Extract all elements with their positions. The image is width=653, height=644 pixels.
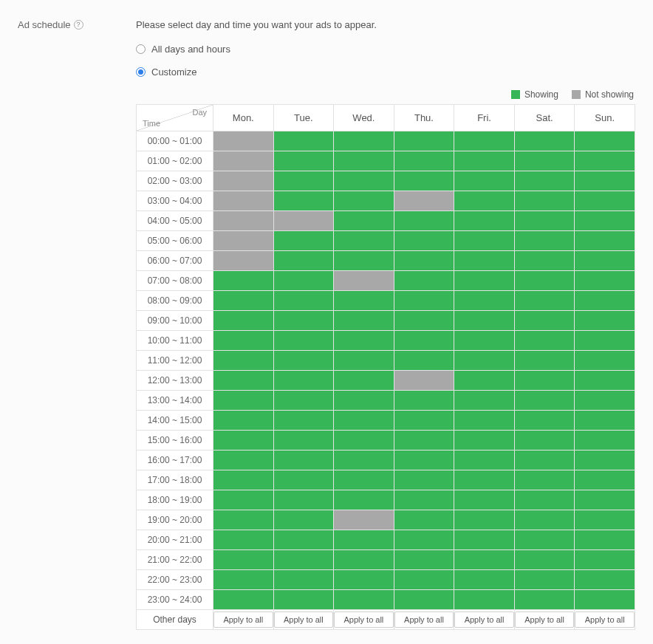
apply-to-all-button[interactable]: Apply to all bbox=[454, 612, 514, 628]
schedule-cell[interactable] bbox=[394, 151, 454, 171]
schedule-cell[interactable] bbox=[514, 351, 575, 371]
schedule-cell[interactable] bbox=[454, 211, 515, 231]
schedule-cell[interactable] bbox=[514, 211, 575, 231]
schedule-cell[interactable] bbox=[213, 151, 274, 171]
schedule-cell[interactable] bbox=[334, 231, 394, 251]
schedule-cell[interactable] bbox=[454, 191, 515, 211]
schedule-cell[interactable] bbox=[514, 231, 575, 251]
schedule-cell[interactable] bbox=[454, 331, 515, 351]
schedule-cell[interactable] bbox=[514, 331, 575, 351]
schedule-cell[interactable] bbox=[454, 490, 515, 510]
schedule-cell[interactable] bbox=[514, 251, 575, 271]
help-icon[interactable]: ? bbox=[74, 20, 83, 30]
schedule-cell[interactable] bbox=[454, 391, 515, 411]
schedule-cell[interactable] bbox=[334, 211, 394, 231]
schedule-cell[interactable] bbox=[213, 271, 274, 291]
schedule-cell[interactable] bbox=[454, 251, 515, 271]
schedule-cell[interactable] bbox=[273, 271, 334, 291]
schedule-cell[interactable] bbox=[334, 550, 394, 570]
schedule-cell[interactable] bbox=[514, 510, 575, 530]
schedule-cell[interactable] bbox=[213, 251, 274, 271]
schedule-cell[interactable] bbox=[575, 451, 635, 470]
schedule-cell[interactable] bbox=[454, 271, 515, 291]
schedule-cell[interactable] bbox=[575, 510, 635, 530]
schedule-cell[interactable] bbox=[575, 151, 635, 171]
schedule-cell[interactable] bbox=[273, 470, 334, 490]
schedule-cell[interactable] bbox=[575, 590, 635, 610]
schedule-cell[interactable] bbox=[575, 570, 635, 590]
schedule-cell[interactable] bbox=[575, 530, 635, 550]
schedule-cell[interactable] bbox=[213, 391, 274, 411]
schedule-cell[interactable] bbox=[514, 371, 575, 391]
schedule-cell[interactable] bbox=[273, 590, 334, 610]
schedule-cell[interactable] bbox=[454, 231, 515, 251]
schedule-cell[interactable] bbox=[213, 171, 274, 191]
schedule-cell[interactable] bbox=[334, 490, 394, 510]
schedule-cell[interactable] bbox=[213, 470, 274, 490]
schedule-cell[interactable] bbox=[394, 191, 454, 211]
schedule-cell[interactable] bbox=[514, 590, 575, 610]
schedule-cell[interactable] bbox=[334, 191, 394, 211]
apply-to-all-button[interactable]: Apply to all bbox=[274, 612, 334, 628]
schedule-cell[interactable] bbox=[334, 251, 394, 271]
schedule-cell[interactable] bbox=[394, 490, 454, 510]
schedule-cell[interactable] bbox=[394, 131, 454, 151]
schedule-cell[interactable] bbox=[575, 391, 635, 411]
schedule-cell[interactable] bbox=[514, 530, 575, 550]
schedule-cell[interactable] bbox=[334, 331, 394, 351]
schedule-cell[interactable] bbox=[334, 451, 394, 470]
schedule-cell[interactable] bbox=[334, 371, 394, 391]
radio-all-days[interactable]: All days and hours bbox=[136, 44, 635, 55]
schedule-cell[interactable] bbox=[213, 371, 274, 391]
schedule-cell[interactable] bbox=[394, 351, 454, 371]
apply-to-all-button[interactable]: Apply to all bbox=[575, 612, 635, 628]
schedule-cell[interactable] bbox=[334, 510, 394, 530]
schedule-cell[interactable] bbox=[213, 231, 274, 251]
schedule-cell[interactable] bbox=[273, 570, 334, 590]
schedule-cell[interactable] bbox=[575, 211, 635, 231]
radio-customize[interactable]: Customize bbox=[136, 66, 635, 78]
schedule-cell[interactable] bbox=[454, 451, 515, 470]
schedule-cell[interactable] bbox=[334, 590, 394, 610]
schedule-cell[interactable] bbox=[575, 411, 635, 431]
schedule-cell[interactable] bbox=[334, 351, 394, 371]
schedule-cell[interactable] bbox=[273, 550, 334, 570]
schedule-cell[interactable] bbox=[575, 131, 635, 151]
schedule-cell[interactable] bbox=[334, 470, 394, 490]
schedule-cell[interactable] bbox=[514, 490, 575, 510]
schedule-cell[interactable] bbox=[394, 391, 454, 411]
schedule-cell[interactable] bbox=[454, 291, 515, 311]
schedule-cell[interactable] bbox=[575, 550, 635, 570]
schedule-cell[interactable] bbox=[514, 431, 575, 451]
schedule-cell[interactable] bbox=[394, 570, 454, 590]
schedule-cell[interactable] bbox=[273, 231, 334, 251]
schedule-cell[interactable] bbox=[394, 211, 454, 231]
schedule-cell[interactable] bbox=[273, 331, 334, 351]
schedule-cell[interactable] bbox=[575, 271, 635, 291]
schedule-cell[interactable] bbox=[273, 411, 334, 431]
schedule-cell[interactable] bbox=[273, 311, 334, 331]
schedule-cell[interactable] bbox=[394, 431, 454, 451]
schedule-cell[interactable] bbox=[334, 131, 394, 151]
schedule-cell[interactable] bbox=[394, 291, 454, 311]
schedule-cell[interactable] bbox=[213, 530, 274, 550]
schedule-cell[interactable] bbox=[454, 530, 515, 550]
schedule-cell[interactable] bbox=[213, 211, 274, 231]
apply-to-all-button[interactable]: Apply to all bbox=[515, 612, 575, 628]
schedule-cell[interactable] bbox=[575, 251, 635, 271]
schedule-cell[interactable] bbox=[454, 311, 515, 331]
schedule-cell[interactable] bbox=[514, 131, 575, 151]
schedule-cell[interactable] bbox=[273, 291, 334, 311]
schedule-cell[interactable] bbox=[213, 291, 274, 311]
schedule-cell[interactable] bbox=[454, 371, 515, 391]
schedule-cell[interactable] bbox=[454, 510, 515, 530]
schedule-cell[interactable] bbox=[394, 550, 454, 570]
schedule-cell[interactable] bbox=[514, 470, 575, 490]
schedule-cell[interactable] bbox=[514, 191, 575, 211]
schedule-cell[interactable] bbox=[273, 251, 334, 271]
schedule-cell[interactable] bbox=[273, 510, 334, 530]
apply-to-all-button[interactable]: Apply to all bbox=[213, 612, 273, 628]
schedule-cell[interactable] bbox=[334, 291, 394, 311]
schedule-cell[interactable] bbox=[273, 191, 334, 211]
schedule-cell[interactable] bbox=[213, 411, 274, 431]
